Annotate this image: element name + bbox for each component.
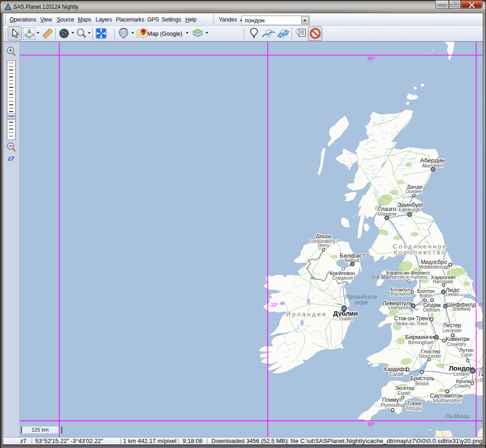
svg-text:Barrow-in-Furness: Barrow-in-Furness xyxy=(390,275,427,280)
svg-text:Dundee: Dundee xyxy=(405,189,421,194)
svg-text:Liverpool: Liverpool xyxy=(389,305,408,310)
svg-text:Blackpool: Blackpool xyxy=(390,291,410,297)
svg-text:Гил: Гил xyxy=(479,372,483,377)
svg-text:60°: 60° xyxy=(367,56,375,61)
svg-text:Ла-Манш: Ла-Манш xyxy=(444,413,470,420)
svg-text:Derry: Derry xyxy=(318,243,329,248)
svg-text:Gloucester: Gloucester xyxy=(419,354,442,359)
svg-text:Plymouth: Plymouth xyxy=(381,402,401,408)
svg-text:Bristol: Bristol xyxy=(415,381,428,386)
svg-text:Torquay: Torquay xyxy=(405,406,422,411)
svg-text:Middlesbrough: Middlesbrough xyxy=(419,264,450,270)
svg-text:Bolton: Bolton xyxy=(420,293,432,298)
svg-text:Дерри: Дерри xyxy=(316,233,331,239)
svg-text:Edinburgh: Edinburgh xyxy=(399,207,421,212)
svg-text:Exeter: Exeter xyxy=(398,391,411,396)
svg-text:-10°: -10° xyxy=(269,302,278,308)
svg-text:Торки: Торки xyxy=(407,400,421,406)
svg-text:Sheffield: Sheffield xyxy=(452,306,471,312)
svg-text:Королевство: Королевство xyxy=(394,249,446,256)
svg-text:-0°: -0° xyxy=(477,302,483,308)
svg-text:Glasgow: Glasgow xyxy=(378,211,397,216)
svg-text:Leeds: Leeds xyxy=(446,291,459,297)
svg-text:Crawley: Crawley xyxy=(454,383,471,389)
svg-text:Luton: Luton xyxy=(461,352,472,357)
svg-text:London: London xyxy=(453,371,469,377)
svg-text:Harrogate: Harrogate xyxy=(433,279,454,284)
svg-text:Dublin: Dublin xyxy=(339,316,353,321)
svg-text:Stoke-on-Trent: Stoke-on-Trent xyxy=(395,321,427,326)
svg-text:Gil: Gil xyxy=(480,378,483,383)
svg-text:50°: 50° xyxy=(367,421,375,427)
svg-text:Эксетер: Эксетер xyxy=(394,385,414,391)
svg-text:Craigavon: Craigavon xyxy=(332,275,353,281)
svg-text:Oldham: Oldham xyxy=(423,307,440,313)
svg-text:Ирландия: Ирландия xyxy=(286,311,327,318)
svg-text:Southampton: Southampton xyxy=(432,398,461,403)
svg-text:Cardiff: Cardiff xyxy=(389,372,404,377)
svg-text:Coventry: Coventry xyxy=(447,341,467,347)
svg-text:Leicester: Leicester xyxy=(443,328,462,333)
svg-text:море: море xyxy=(355,299,368,306)
svg-text:Birmingham: Birmingham xyxy=(408,340,434,345)
